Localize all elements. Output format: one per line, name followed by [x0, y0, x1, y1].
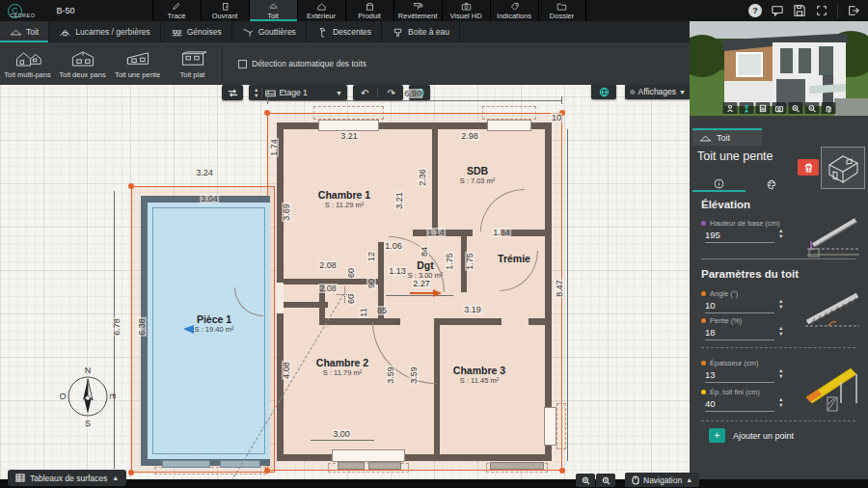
floor-plan-canvas[interactable]: Chambre 1 S : 11.29 m² SDB S : 7.03 m² T…	[0, 85, 690, 488]
wall[interactable]	[529, 318, 545, 325]
dimension-label[interactable]: 11	[359, 307, 368, 317]
swap-levels-button[interactable]	[222, 85, 243, 100]
pente-input[interactable]: 18	[705, 327, 774, 340]
tab-produit[interactable]: Produit	[345, 0, 393, 21]
wall[interactable]	[434, 318, 502, 325]
dimension-label[interactable]: 2.08	[318, 260, 338, 270]
corner-handle[interactable]	[264, 110, 270, 116]
subtab-descentes[interactable]: Descentes	[307, 21, 382, 42]
epaisseur-input[interactable]: 13	[705, 369, 774, 383]
dimension-label[interactable]: 2.36	[418, 168, 427, 187]
surface-tables-button[interactable]: Tableaux de surfaces ▲	[8, 470, 126, 486]
dimension-label[interactable]: 3.21	[339, 131, 359, 141]
dimension-label[interactable]: 3.59	[409, 366, 419, 385]
tab-visuel-hd[interactable]: Visuel HD	[442, 0, 490, 21]
camera-button[interactable]	[772, 102, 786, 114]
dimension-label[interactable]: 85	[376, 306, 388, 315]
subtab-lucarnes[interactable]: Lucarnes / gerbières	[49, 21, 161, 42]
dimension-label[interactable]: 3.59	[386, 366, 395, 385]
dimension-label[interactable]: 6.90	[403, 89, 422, 98]
add-point-button[interactable]: + Ajouter un point	[709, 428, 794, 443]
room-label[interactable]: Pièce 1 S : 19.40 m²	[195, 313, 234, 334]
dimension-label[interactable]: 1.75	[465, 252, 475, 271]
dimension-label[interactable]: 84	[420, 246, 429, 258]
dimension-label[interactable]: 6.38	[137, 317, 147, 337]
tool-toit-plat[interactable]: Toit plat	[165, 42, 220, 85]
dimension-label[interactable]: 2.27	[412, 279, 431, 288]
tab-dossier[interactable]: Dossier	[538, 0, 586, 21]
room-label[interactable]: Trémie	[498, 253, 530, 264]
dimension-label[interactable]: 1.06	[384, 241, 403, 251]
pente-stepper[interactable]: ▲▼	[778, 326, 783, 337]
subtab-genoises[interactable]: Génoises	[161, 21, 232, 42]
dimension-label[interactable]: 60	[346, 267, 356, 279]
dimension-label[interactable]: 12	[366, 251, 376, 262]
subtab-gouttieres[interactable]: Gouttières	[232, 21, 307, 42]
room-label[interactable]: Chambre 3 S : 11.45 m²	[453, 365, 505, 385]
dimension-label[interactable]: 1.75	[445, 252, 454, 271]
dimension-label[interactable]: 1.84	[492, 228, 511, 237]
globe-button[interactable]	[591, 85, 616, 99]
level-stepper[interactable]: ▲▼	[254, 88, 258, 98]
dimension-label[interactable]: 3.00	[332, 429, 351, 439]
redo-button[interactable]: ↷	[388, 88, 395, 98]
window[interactable]	[332, 449, 405, 462]
tab-indications[interactable]: Indications	[490, 0, 538, 21]
dimension-label[interactable]: 2.98	[460, 131, 479, 141]
epaisseur-stepper[interactable]: ▲▼	[778, 368, 783, 379]
hauteur-stepper[interactable]: ▲▼	[778, 229, 783, 239]
dimension-label[interactable]: 3.24	[195, 168, 214, 177]
dimension-label[interactable]: 6.78	[112, 317, 122, 337]
room-label[interactable]: Dgt S : 3.00 m²	[408, 259, 444, 280]
zoom-in-button[interactable]	[576, 474, 595, 487]
ep-toit-fini-stepper[interactable]: ▲▼	[778, 397, 783, 408]
wall[interactable]	[277, 454, 552, 461]
tool-toit-une-pente[interactable]: Toit une pente	[110, 42, 165, 85]
app-logo[interactable]: C CEDREO	[0, 0, 43, 21]
corner-handle[interactable]	[128, 470, 134, 475]
tool-toit-deux-pans[interactable]: Toit deux pans	[55, 42, 110, 85]
exit-button[interactable]	[847, 4, 860, 17]
corner-handle[interactable]	[264, 468, 270, 474]
dimension-label[interactable]: 4.08	[282, 361, 291, 380]
tab-trace[interactable]: Tracé	[152, 0, 201, 21]
navigation-dropdown[interactable]: Navigation ▲	[625, 473, 699, 487]
panel-tab-toit[interactable]: Toit	[692, 128, 762, 146]
undo-button[interactable]: ↶	[361, 88, 368, 98]
dimension-label[interactable]: 90	[366, 278, 376, 289]
dimension-label[interactable]: 3.69	[282, 203, 291, 222]
subtab-materials[interactable]	[746, 177, 799, 192]
corner-handle[interactable]	[559, 468, 565, 474]
subtab-boite-a-eau[interactable]: Boite à eau	[382, 21, 460, 42]
level-selector[interactable]: ▲▼ Etage 1 ▼	[249, 85, 347, 100]
dimension-label[interactable]: 3.21	[394, 191, 404, 210]
tab-exterieur[interactable]: Extérieur	[297, 0, 345, 21]
delete-roof-button[interactable]	[798, 159, 819, 176]
door-opening[interactable]	[277, 283, 284, 313]
angle-input[interactable]: 10	[705, 300, 774, 313]
dimension-label[interactable]: 2.08	[318, 284, 338, 293]
save-button[interactable]	[793, 4, 806, 17]
room-label[interactable]: SDB S : 7.03 m²	[460, 165, 496, 185]
ep-toit-fini-input[interactable]: 40	[705, 398, 774, 412]
tab-toit[interactable]: Toit	[249, 0, 297, 21]
tab-ouvrant[interactable]: Ouvrant	[201, 0, 249, 21]
zoom-in-button[interactable]	[788, 102, 802, 114]
window[interactable]	[544, 407, 556, 446]
dimension-label[interactable]: 1.13	[388, 266, 407, 276]
3d-preview[interactable]	[690, 21, 868, 116]
window[interactable]	[318, 120, 379, 131]
walk-view-button[interactable]	[739, 102, 753, 114]
auto-detect-roofs-checkbox[interactable]: Détection automatique des toits	[238, 42, 366, 85]
subtab-toit[interactable]: Toit	[0, 21, 49, 42]
zoom-out-button[interactable]	[596, 474, 615, 487]
dimension-label[interactable]: 8.47	[555, 279, 564, 298]
tab-revetement[interactable]: Revêtement	[393, 0, 442, 21]
room-label[interactable]: Chambre 2 S : 11.79 m²	[316, 357, 368, 377]
corner-handle[interactable]	[128, 183, 134, 189]
dimension-label[interactable]: 1.74	[269, 138, 279, 157]
room-label[interactable]: Chambre 1 S : 11.29 m²	[318, 189, 370, 209]
dimension-label[interactable]: 3.19	[463, 305, 482, 314]
zoom-out-button[interactable]	[804, 102, 819, 114]
dimension-label[interactable]: 3.04	[200, 194, 219, 203]
